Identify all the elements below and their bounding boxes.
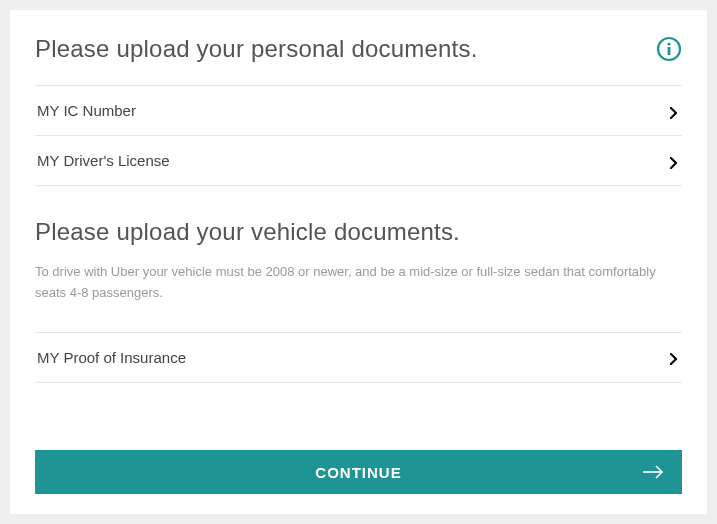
personal-header-row: Please upload your personal documents. <box>35 35 682 63</box>
personal-documents-list: MY IC Number MY Driver's License <box>35 85 682 186</box>
list-item-label: MY Driver's License <box>37 152 170 169</box>
list-item-proof-of-insurance[interactable]: MY Proof of Insurance <box>35 333 682 383</box>
vehicle-section-title: Please upload your vehicle documents. <box>35 218 682 246</box>
document-upload-card: Please upload your personal documents. M… <box>10 10 707 514</box>
svg-point-1 <box>667 42 670 45</box>
vehicle-documents-list: MY Proof of Insurance <box>35 332 682 383</box>
list-item-label: MY IC Number <box>37 102 136 119</box>
continue-button[interactable]: CONTINUE <box>35 450 682 494</box>
list-item-ic-number[interactable]: MY IC Number <box>35 86 682 136</box>
info-icon[interactable] <box>656 36 682 62</box>
personal-section-title: Please upload your personal documents. <box>35 35 478 63</box>
chevron-right-icon <box>668 351 680 363</box>
chevron-right-icon <box>668 105 680 117</box>
vehicle-subtext: To drive with Uber your vehicle must be … <box>35 262 682 304</box>
continue-button-label: CONTINUE <box>315 464 401 481</box>
vehicle-section: Please upload your vehicle documents. To… <box>35 218 682 383</box>
list-item-label: MY Proof of Insurance <box>37 349 186 366</box>
list-item-drivers-license[interactable]: MY Driver's License <box>35 136 682 186</box>
arrow-right-icon <box>642 465 664 479</box>
chevron-right-icon <box>668 155 680 167</box>
svg-rect-2 <box>668 47 671 55</box>
